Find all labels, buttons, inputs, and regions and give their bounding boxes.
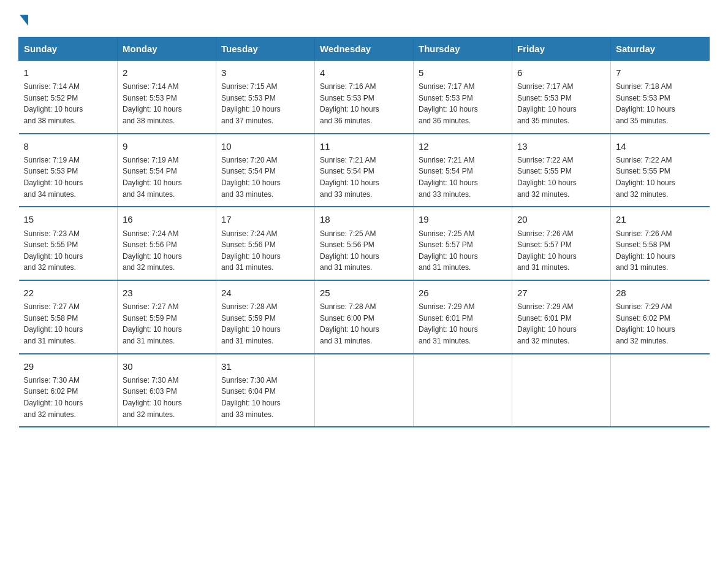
calendar-cell: 2Sunrise: 7:14 AMSunset: 5:53 PMDaylight…: [118, 61, 216, 134]
calendar-cell: 31Sunrise: 7:30 AMSunset: 6:04 PMDayligh…: [216, 354, 315, 427]
calendar-cell: 24Sunrise: 7:28 AMSunset: 5:59 PMDayligh…: [216, 280, 315, 354]
calendar-cell: 8Sunrise: 7:19 AMSunset: 5:53 PMDaylight…: [19, 134, 118, 207]
day-info: Sunrise: 7:23 AMSunset: 5:55 PMDaylight:…: [24, 228, 113, 274]
calendar-cell: [414, 354, 512, 427]
calendar-header-row: SundayMondayTuesdayWednesdayThursdayFrid…: [19, 37, 710, 61]
day-number: 9: [123, 139, 211, 153]
day-number: 11: [320, 139, 408, 153]
day-number: 22: [24, 286, 113, 300]
day-number: 10: [221, 139, 309, 153]
day-number: 7: [616, 66, 705, 80]
day-info: Sunrise: 7:14 AMSunset: 5:52 PMDaylight:…: [24, 81, 113, 126]
column-header-saturday: Saturday: [611, 37, 710, 61]
calendar-cell: 29Sunrise: 7:30 AMSunset: 6:02 PMDayligh…: [19, 354, 118, 427]
calendar-cell: 20Sunrise: 7:26 AMSunset: 5:57 PMDayligh…: [512, 207, 611, 280]
day-number: 26: [419, 286, 507, 300]
calendar-week-3: 15Sunrise: 7:23 AMSunset: 5:55 PMDayligh…: [19, 207, 710, 280]
calendar-cell: [512, 354, 611, 427]
day-number: 30: [123, 359, 211, 373]
day-info: Sunrise: 7:29 AMSunset: 6:01 PMDaylight:…: [419, 301, 507, 347]
day-number: 16: [123, 212, 211, 226]
day-number: 28: [616, 286, 705, 300]
day-info: Sunrise: 7:25 AMSunset: 5:57 PMDaylight:…: [419, 228, 507, 274]
day-info: Sunrise: 7:22 AMSunset: 5:55 PMDaylight:…: [517, 155, 605, 200]
day-info: Sunrise: 7:14 AMSunset: 5:53 PMDaylight:…: [123, 81, 211, 126]
day-info: Sunrise: 7:17 AMSunset: 5:53 PMDaylight:…: [517, 81, 605, 126]
day-number: 6: [517, 66, 605, 80]
calendar-cell: 14Sunrise: 7:22 AMSunset: 5:55 PMDayligh…: [611, 134, 710, 207]
calendar-cell: 3Sunrise: 7:15 AMSunset: 5:53 PMDaylight…: [216, 61, 315, 134]
day-number: 17: [221, 212, 309, 226]
day-info: Sunrise: 7:30 AMSunset: 6:04 PMDaylight:…: [221, 375, 309, 420]
column-header-tuesday: Tuesday: [216, 37, 315, 61]
calendar-cell: 25Sunrise: 7:28 AMSunset: 6:00 PMDayligh…: [315, 280, 414, 354]
day-number: 29: [24, 359, 113, 373]
day-number: 23: [123, 286, 211, 300]
calendar-week-1: 1Sunrise: 7:14 AMSunset: 5:52 PMDaylight…: [19, 61, 710, 134]
day-number: 13: [517, 139, 605, 153]
column-header-monday: Monday: [118, 37, 216, 61]
calendar-cell: 10Sunrise: 7:20 AMSunset: 5:54 PMDayligh…: [216, 134, 315, 207]
calendar-cell: 5Sunrise: 7:17 AMSunset: 5:53 PMDaylight…: [414, 61, 512, 134]
calendar-week-5: 29Sunrise: 7:30 AMSunset: 6:02 PMDayligh…: [19, 354, 710, 427]
column-header-wednesday: Wednesday: [315, 37, 414, 61]
page-header: [18, 12, 710, 26]
calendar-cell: 30Sunrise: 7:30 AMSunset: 6:03 PMDayligh…: [118, 354, 216, 427]
day-info: Sunrise: 7:21 AMSunset: 5:54 PMDaylight:…: [320, 155, 408, 200]
day-info: Sunrise: 7:29 AMSunset: 6:02 PMDaylight:…: [616, 301, 705, 347]
calendar-cell: 6Sunrise: 7:17 AMSunset: 5:53 PMDaylight…: [512, 61, 611, 134]
calendar-cell: 13Sunrise: 7:22 AMSunset: 5:55 PMDayligh…: [512, 134, 611, 207]
calendar-cell: 16Sunrise: 7:24 AMSunset: 5:56 PMDayligh…: [118, 207, 216, 280]
day-number: 8: [24, 139, 113, 153]
day-info: Sunrise: 7:18 AMSunset: 5:53 PMDaylight:…: [616, 81, 705, 126]
day-info: Sunrise: 7:21 AMSunset: 5:54 PMDaylight:…: [419, 155, 507, 200]
calendar-week-2: 8Sunrise: 7:19 AMSunset: 5:53 PMDaylight…: [19, 134, 710, 207]
logo: [18, 12, 28, 26]
calendar-cell: 22Sunrise: 7:27 AMSunset: 5:58 PMDayligh…: [19, 280, 118, 354]
day-info: Sunrise: 7:30 AMSunset: 6:02 PMDaylight:…: [24, 375, 113, 420]
day-info: Sunrise: 7:25 AMSunset: 5:56 PMDaylight:…: [320, 228, 408, 274]
calendar-cell: 15Sunrise: 7:23 AMSunset: 5:55 PMDayligh…: [19, 207, 118, 280]
calendar-cell: 27Sunrise: 7:29 AMSunset: 6:01 PMDayligh…: [512, 280, 611, 354]
day-number: 25: [320, 286, 408, 300]
day-number: 27: [517, 286, 605, 300]
day-number: 12: [419, 139, 507, 153]
day-info: Sunrise: 7:20 AMSunset: 5:54 PMDaylight:…: [221, 155, 309, 200]
day-info: Sunrise: 7:16 AMSunset: 5:53 PMDaylight:…: [320, 81, 408, 126]
day-info: Sunrise: 7:22 AMSunset: 5:55 PMDaylight:…: [616, 155, 705, 200]
calendar-cell: 1Sunrise: 7:14 AMSunset: 5:52 PMDaylight…: [19, 61, 118, 134]
day-number: 3: [221, 66, 309, 80]
calendar-table: SundayMondayTuesdayWednesdayThursdayFrid…: [18, 37, 710, 427]
calendar-cell: 19Sunrise: 7:25 AMSunset: 5:57 PMDayligh…: [414, 207, 512, 280]
calendar-cell: 7Sunrise: 7:18 AMSunset: 5:53 PMDaylight…: [611, 61, 710, 134]
logo-arrow-icon: [20, 15, 28, 26]
day-info: Sunrise: 7:26 AMSunset: 5:57 PMDaylight:…: [517, 228, 605, 274]
day-info: Sunrise: 7:24 AMSunset: 5:56 PMDaylight:…: [221, 228, 309, 274]
day-info: Sunrise: 7:28 AMSunset: 5:59 PMDaylight:…: [221, 301, 309, 347]
day-number: 19: [419, 212, 507, 226]
day-info: Sunrise: 7:30 AMSunset: 6:03 PMDaylight:…: [123, 375, 211, 420]
day-info: Sunrise: 7:17 AMSunset: 5:53 PMDaylight:…: [419, 81, 507, 126]
day-number: 24: [221, 286, 309, 300]
day-info: Sunrise: 7:28 AMSunset: 6:00 PMDaylight:…: [320, 301, 408, 347]
calendar-cell: 26Sunrise: 7:29 AMSunset: 6:01 PMDayligh…: [414, 280, 512, 354]
day-number: 4: [320, 66, 408, 80]
day-info: Sunrise: 7:27 AMSunset: 5:58 PMDaylight:…: [24, 301, 113, 347]
day-info: Sunrise: 7:19 AMSunset: 5:53 PMDaylight:…: [24, 155, 113, 200]
day-number: 2: [123, 66, 211, 80]
calendar-cell: 28Sunrise: 7:29 AMSunset: 6:02 PMDayligh…: [611, 280, 710, 354]
day-info: Sunrise: 7:24 AMSunset: 5:56 PMDaylight:…: [123, 228, 211, 274]
day-number: 31: [221, 359, 309, 373]
calendar-cell: 17Sunrise: 7:24 AMSunset: 5:56 PMDayligh…: [216, 207, 315, 280]
calendar-cell: 12Sunrise: 7:21 AMSunset: 5:54 PMDayligh…: [414, 134, 512, 207]
column-header-thursday: Thursday: [414, 37, 512, 61]
column-header-sunday: Sunday: [19, 37, 118, 61]
day-number: 14: [616, 139, 705, 153]
day-number: 15: [24, 212, 113, 226]
column-header-friday: Friday: [512, 37, 611, 61]
day-info: Sunrise: 7:26 AMSunset: 5:58 PMDaylight:…: [616, 228, 705, 274]
calendar-cell: 9Sunrise: 7:19 AMSunset: 5:54 PMDaylight…: [118, 134, 216, 207]
day-info: Sunrise: 7:19 AMSunset: 5:54 PMDaylight:…: [123, 155, 211, 200]
day-number: 21: [616, 212, 705, 226]
day-number: 5: [419, 66, 507, 80]
